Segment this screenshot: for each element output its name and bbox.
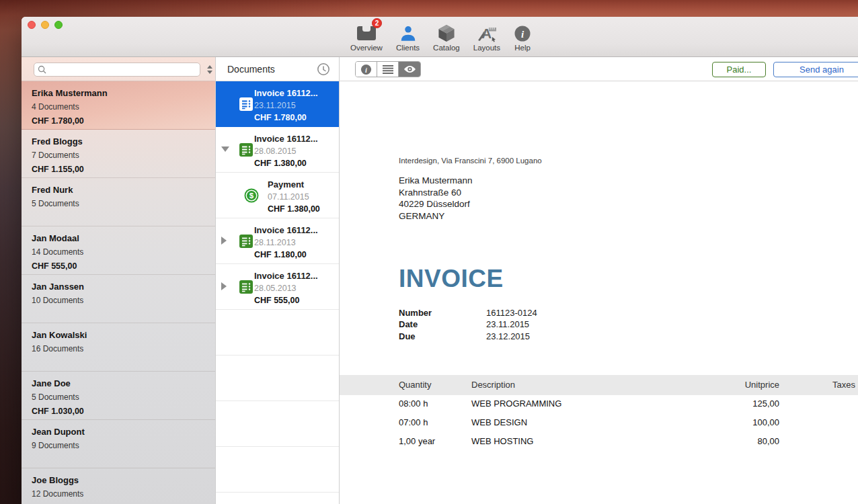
document-text: Invoice 16112... 23.11.2015 CHF 1.780,00 [254,87,318,124]
zoom-window-button[interactable] [54,21,63,29]
toolbar-label: Help [514,44,531,52]
client-amount: CHF 1.780,00 [32,114,205,128]
client-document-count: 5 Documents [32,390,205,405]
svg-text:$: $ [249,192,254,200]
client-name: Jan Janssen [32,280,205,294]
toolbar-item-overview[interactable]: 2 Overview [350,21,383,52]
invoice-table-header: Quantity Description Unitprice Taxes [340,375,858,395]
invoice-meta-value: 161123-0124 [486,307,537,319]
history-filter-button[interactable] [317,62,330,76]
line-description: WEB PROGRAMMING [471,394,561,413]
client-document-count: 14 Documents [32,245,205,259]
client-name: Erika Mustermann [32,87,205,100]
document-row[interactable]: $ Invoice 16112... 23.11.2015 CHF 1.780,… [216,81,339,127]
invoice-meta-label: Number [399,307,486,319]
client-name: Fred Nurk [32,183,205,197]
view-mode-info[interactable]: i [356,62,377,77]
client-document-count: 16 Documents [32,342,205,356]
document-date: 28.11.2013 [254,237,318,249]
disclosure-triangle-icon[interactable] [221,282,228,289]
invoice-recipient-address: Erika Mustermann Krahnstraße 60 40229 Dü… [399,175,473,222]
close-window-button[interactable] [28,21,36,29]
view-mode-list[interactable] [377,62,399,77]
search-input[interactable] [49,65,200,75]
client-list: Erika Mustermann 4 Documents CHF 1.780,0… [22,81,215,504]
invoice-meta-row: Number 161123-0124 [399,307,537,319]
document-amount: CHF 1.180,00 [254,249,318,261]
document-date: 28.08.2015 [254,145,318,157]
client-document-count: 12 Documents [32,487,205,501]
toolbar-item-catalog[interactable]: Catalog [433,21,460,52]
document-date: 07.11.2015 [268,191,320,203]
client-row[interactable]: Jean Dupont 9 Documents [22,420,215,468]
search-icon [38,65,46,74]
client-name: Jane Doe [32,377,205,390]
client-amount: CHF 1.155,00 [32,163,205,176]
clock-icon [317,62,330,76]
send-again-button[interactable]: Send again [773,62,858,77]
titlebar: 2 Overview Clients [22,17,858,57]
document-row[interactable]: $ Invoice 16112... 28.08.2015 CHF 1.380,… [216,127,339,173]
minimize-window-button[interactable] [41,21,49,29]
client-document-count: 4 Documents [32,100,205,114]
preview-pane: i [340,57,858,504]
invoice-table-rows: 08:00 h WEB PROGRAMMING 125,00 07:00 h W… [340,394,858,451]
layouts-icon: A [476,21,498,42]
recipient-name: Erika Mustermann [399,175,473,187]
window-controls [28,21,63,29]
toolbar-label: Layouts [473,44,500,52]
toolbar-item-help[interactable]: i Help [514,21,531,52]
document-text: Invoice 16112... 28.11.2013 CHF 1.180,00 [254,224,318,261]
toolbar-item-layouts[interactable]: A Layouts [473,21,500,52]
document-list-empty-rows [216,310,339,504]
preview-toolbar: i [340,57,858,81]
client-amount: CHF 555,00 [32,259,205,273]
document-date: 28.05.2013 [254,282,318,294]
document-row[interactable]: $ Invoice 16112... 28.05.2013 CHF 555,00 [216,264,339,310]
person-icon [399,21,417,42]
sort-stepper[interactable] [206,63,214,75]
view-mode-preview[interactable] [399,62,420,77]
recipient-city: 40229 Düsseldorf [399,198,473,210]
client-row[interactable]: Fred Bloggs 7 Documents CHF 1.155,00 [22,130,215,178]
disclosure-triangle-icon[interactable] [221,237,228,243]
documents-column-title: Documents [227,64,275,75]
search-field[interactable] [34,62,200,77]
client-name: Joe Bloggs [32,474,205,487]
app-window: 2 Overview Clients [22,17,858,504]
client-row[interactable]: Fred Nurk 5 Documents [22,178,215,226]
client-row[interactable]: Jan Kowalski 16 Documents [22,323,215,372]
document-row[interactable]: $ Invoice 16112... 28.11.2013 CHF 1.180,… [216,218,339,264]
client-row[interactable]: Erika Mustermann 4 Documents CHF 1.780,0… [22,81,215,130]
header-quantity: Quantity [399,375,431,395]
client-row[interactable]: Jane Doe 5 Documents CHF 1.030,00 [22,372,215,420]
toolbar-label: Clients [396,44,420,52]
line-quantity: 07:00 h [399,413,428,432]
document-title: Payment [268,179,320,191]
client-document-count: 9 Documents [32,439,205,453]
client-document-count: 10 Documents [32,294,205,308]
client-name: Jean Dupont [32,425,205,439]
document-title: Invoice 16112... [254,270,318,282]
client-document-count: 5 Documents [32,197,205,211]
client-row[interactable]: Jan Janssen 10 Documents [22,275,215,323]
line-description: WEB HOSTING [471,432,533,451]
paid-button[interactable]: Paid... [712,62,766,77]
disclosure-triangle-icon[interactable] [221,146,228,153]
invoice-preview-document: Interdesign, Via Franscini 7, 6900 Lugan… [340,81,858,504]
documents-header: Documents [216,57,339,81]
document-row[interactable]: $ Payment 07.11.2015 CHF 1.380,00 [216,173,339,218]
invoice-meta-value: 23.12.2015 [486,331,530,342]
toolbar-item-clients[interactable]: Clients [396,21,420,52]
invoice-icon [239,143,253,157]
inbox-tray-icon: 2 [356,21,377,42]
invoice-meta-row: Date 23.11.2015 [399,319,537,330]
header-description: Description [471,375,515,395]
package-icon [436,21,457,42]
document-amount: CHF 555,00 [254,294,318,307]
sort-down-icon [207,71,212,74]
client-row[interactable]: Joe Bloggs 12 Documents [22,468,215,504]
toolbar-label: Overview [350,44,383,52]
line-unitprice: 80,00 [716,432,779,451]
client-row[interactable]: Jan Modaal 14 Documents CHF 555,00 [22,226,215,275]
